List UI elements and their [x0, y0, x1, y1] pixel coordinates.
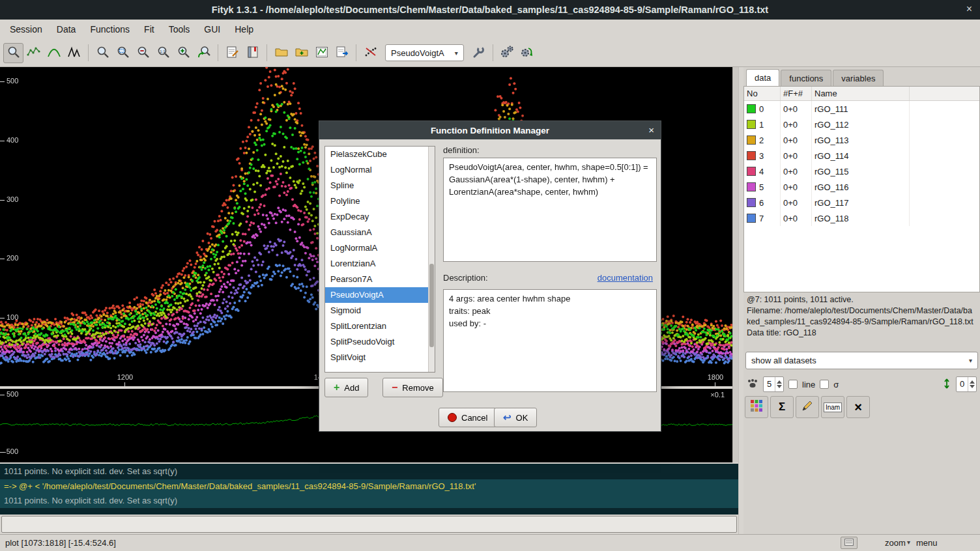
sigma-checkbox[interactable] [820, 380, 829, 389]
function-list-item[interactable]: LogNormal [325, 162, 435, 178]
plot-scrollbar[interactable] [732, 67, 738, 462]
menu-functions[interactable]: Functions [83, 21, 137, 38]
zoom-mode-button[interactable] [3, 43, 23, 63]
function-list-item[interactable]: GaussianA [325, 225, 435, 240]
menu-gui[interactable]: GUI [197, 21, 227, 38]
menu-session[interactable]: Session [3, 21, 50, 38]
sidebar-splitter[interactable] [738, 67, 743, 534]
function-list-item-selected[interactable]: PseudoVoigtA [325, 287, 435, 303]
toolbar-separator [356, 44, 356, 61]
tab-functions[interactable]: functions [781, 70, 831, 86]
function-list-item[interactable]: PielaszekCube [325, 147, 435, 162]
spin-down-icon[interactable] [777, 385, 782, 388]
line-checkbox[interactable] [788, 380, 798, 389]
menu-tools[interactable]: Tools [162, 21, 197, 38]
edit-data-button[interactable] [796, 396, 819, 418]
aux-scale-label: ×0.1 [710, 391, 725, 399]
title-bar[interactable]: Fityk 1.3.1 - /home/aleplo/test/Document… [0, 0, 980, 20]
cancel-button[interactable]: Cancel [439, 408, 497, 427]
zoom-all-button[interactable] [93, 43, 113, 63]
menu-fit[interactable]: Fit [137, 21, 162, 38]
definition-textarea[interactable]: PseudoVoigtA(area, center, hwhm, shape=0… [443, 158, 657, 262]
window-close-button[interactable]: × [966, 3, 972, 15]
shift-stepper[interactable]: 0 [956, 376, 977, 392]
zoom-selection-button[interactable] [113, 43, 133, 63]
zoom-100-button[interactable]: 1:1 [153, 43, 173, 63]
menu-data[interactable]: Data [50, 21, 83, 38]
dialog-close-button[interactable]: × [648, 124, 654, 135]
append-data-button[interactable] [291, 43, 311, 63]
ok-button[interactable]: ↩ OK [494, 408, 537, 427]
dataset-grid-button[interactable] [745, 396, 768, 418]
dialog-title-bar[interactable]: Function Definition Manager × [319, 121, 661, 139]
save-image-button[interactable] [311, 43, 332, 63]
table-row[interactable]: 1 0+0 rGO_112 [744, 117, 979, 132]
script-editor-button[interactable] [222, 43, 242, 63]
output-console[interactable]: 1011 points. No explicit std. dev. Set a… [0, 464, 738, 515]
function-list-item[interactable]: Sigmoid [325, 303, 435, 318]
previous-zoom-button[interactable] [194, 43, 214, 63]
documentation-link[interactable]: documentation [598, 273, 653, 283]
table-row[interactable]: 7 0+0 rGO_118 [744, 210, 979, 226]
rename-button[interactable]: Inam [821, 396, 844, 418]
spin-up-icon[interactable] [777, 380, 782, 384]
menu-help[interactable]: Help [227, 21, 261, 38]
zoom-in-button[interactable] [173, 43, 194, 63]
data-transform-button[interactable] [360, 43, 381, 63]
table-row[interactable]: 5 0+0 rGO_116 [744, 179, 979, 195]
function-type-select[interactable]: PseudoVoigtA ▾ [385, 44, 464, 61]
function-list-item[interactable]: SplitVoigt [325, 350, 435, 365]
define-function-button[interactable] [468, 43, 489, 63]
status-config-button[interactable] [841, 537, 857, 549]
function-list-item[interactable]: SplitLorentzian [325, 318, 435, 334]
remove-button[interactable]: − Remove [382, 378, 443, 397]
table-row[interactable]: 6 0+0 rGO_117 [744, 195, 979, 210]
fit-continue-button[interactable] [517, 43, 538, 63]
add-peak-mode-button[interactable] [44, 43, 64, 63]
scrollbar-thumb[interactable] [429, 264, 434, 347]
function-list-item[interactable]: SplitPseudoVoigt [325, 334, 435, 350]
point-size-stepper[interactable]: 5 [763, 376, 784, 392]
table-row[interactable]: 3 0+0 rGO_114 [744, 148, 979, 163]
table-row[interactable]: 2 0+0 rGO_113 [744, 132, 979, 148]
function-list-item[interactable]: Polyline [325, 193, 435, 209]
dataset-name: rGO_111 [812, 101, 910, 117]
function-list-scrollbar[interactable] [428, 147, 435, 372]
table-row[interactable]: 0 0+0 rGO_111 [744, 101, 979, 117]
gears-icon [499, 44, 515, 62]
fit-run-button[interactable] [497, 43, 517, 63]
add-button[interactable]: + Add [324, 378, 368, 397]
table-row[interactable]: 4 0+0 rGO_115 [744, 163, 979, 179]
spin-up-icon[interactable] [970, 380, 975, 384]
export-button[interactable] [332, 43, 352, 63]
function-list[interactable]: PielaszekCube LogNormal Spline Polyline … [324, 146, 435, 373]
zoom-100-icon: 1:1 [156, 45, 171, 61]
tab-variables[interactable]: variables [833, 70, 884, 86]
function-definition-manager-dialog: Function Definition Manager × PielaszekC… [319, 120, 661, 432]
open-data-button[interactable] [271, 43, 291, 63]
function-list-item[interactable]: Spline [325, 178, 435, 193]
function-list-item[interactable]: LogNormalA [325, 240, 435, 256]
status-zoom-dropdown[interactable]: zoom [885, 538, 906, 548]
zoom-in-icon [177, 45, 191, 61]
command-input[interactable] [1, 516, 737, 533]
y-tick-label: 100 [7, 313, 18, 321]
column-header-no[interactable]: No [744, 87, 781, 100]
spin-down-icon[interactable] [970, 385, 975, 388]
column-header-f[interactable]: #F+# [781, 87, 812, 100]
function-list-item[interactable]: Pearson7A [325, 272, 435, 287]
tab-data[interactable]: data [746, 69, 779, 86]
session-log-button[interactable] [242, 43, 263, 63]
delete-dataset-button[interactable]: × [846, 396, 870, 418]
status-menu-button[interactable]: menu [916, 538, 938, 548]
column-header-name[interactable]: Name [812, 87, 910, 100]
function-list-item[interactable]: ExpDecay [325, 209, 435, 225]
show-datasets-select[interactable]: show all datasets ▾ [745, 352, 978, 369]
log-book-icon [246, 45, 260, 61]
function-list-item[interactable]: LorentzianA [325, 256, 435, 272]
activate-data-mode-button[interactable] [64, 43, 84, 63]
data-range-mode-button[interactable] [23, 43, 44, 63]
zoom-out-button[interactable] [133, 43, 153, 63]
sum-button[interactable]: Σ [770, 396, 794, 418]
dataset-fcount: 0+0 [781, 148, 812, 163]
